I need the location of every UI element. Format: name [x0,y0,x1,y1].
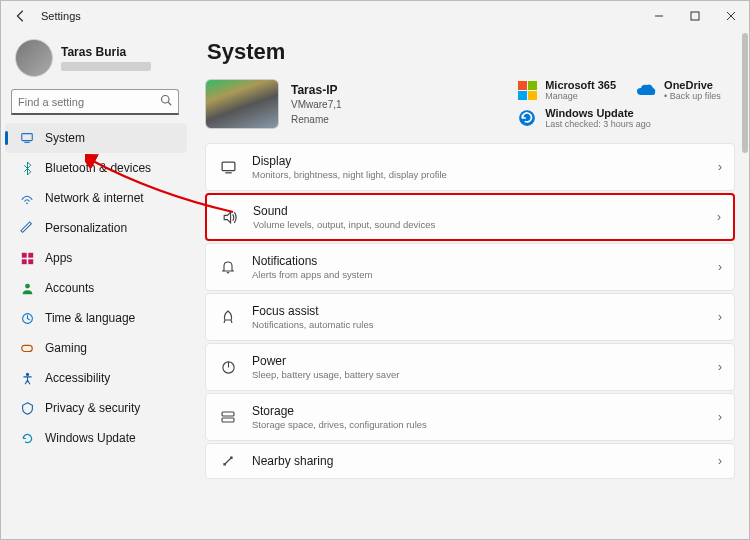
svg-rect-11 [21,259,26,264]
system-icon [19,130,35,146]
sidebar-item-windows-update[interactable]: Windows Update [5,423,187,453]
sidebar-item-label: Apps [45,251,72,265]
sidebar-item-label: System [45,131,85,145]
svg-rect-9 [21,252,26,257]
setting-power[interactable]: PowerSleep, battery usage, battery saver… [205,343,735,391]
sidebar-item-apps[interactable]: Apps [5,243,187,273]
card-onedrive[interactable]: OneDrive • Back up files [636,79,735,101]
svg-point-8 [26,202,28,204]
sidebar-item-label: Windows Update [45,431,136,445]
card-subtitle: Last checked: 3 hours ago [545,119,651,129]
scrollbar-thumb[interactable] [742,33,748,153]
page-title: System [207,39,735,65]
close-button[interactable] [713,1,749,31]
setting-title: Storage [252,404,704,418]
sidebar-item-time-language[interactable]: Time & language [5,303,187,333]
card-title: Microsoft 365 [545,79,616,91]
titlebar: Settings [1,1,749,31]
display-icon [218,159,238,176]
top-cards: Microsoft 365 Manage OneDrive • Back up … [517,79,735,129]
user-profile[interactable]: Taras Buria [1,35,191,83]
sidebar-item-gaming[interactable]: Gaming [5,333,187,363]
setting-display[interactable]: DisplayMonitors, brightness, night light… [205,143,735,191]
setting-desc: Storage space, drives, configuration rul… [252,419,704,430]
accounts-icon [19,280,35,296]
setting-desc: Volume levels, output, input, sound devi… [253,219,703,230]
setting-storage[interactable]: StorageStorage space, drives, configurat… [205,393,735,441]
setting-title: Sound [253,204,703,218]
sidebar-item-accounts[interactable]: Accounts [5,273,187,303]
search-icon [160,94,172,109]
window-controls [641,1,749,31]
network-icon [19,190,35,206]
svg-rect-1 [691,12,699,20]
device-card[interactable]: Taras-IP VMware7,1 Rename [205,79,342,129]
update-status-icon [517,108,537,128]
chevron-right-icon: › [718,454,722,468]
maximize-button[interactable] [677,1,713,31]
chevron-right-icon: › [718,260,722,274]
setting-nearby-sharing[interactable]: Nearby sharing › [205,443,735,479]
sidebar-item-label: Bluetooth & devices [45,161,151,175]
system-top-row: Taras-IP VMware7,1 Rename Microsoft 365 … [205,79,735,129]
settings-window: Settings Taras Buria [0,0,750,540]
sidebar-item-personalization[interactable]: Personalization [5,213,187,243]
sidebar-item-privacy[interactable]: Privacy & security [5,393,187,423]
chevron-right-icon: › [718,360,722,374]
nav-menu: System Bluetooth & devices Network & int… [1,123,191,453]
search-box[interactable] [11,89,179,115]
back-button[interactable] [7,2,35,30]
setting-title: Focus assist [252,304,704,318]
setting-title: Display [252,154,704,168]
apps-icon [19,250,35,266]
sidebar-item-accessibility[interactable]: Accessibility [5,363,187,393]
svg-point-16 [25,372,28,375]
sidebar-item-system[interactable]: System [5,123,187,153]
accessibility-icon [19,370,35,386]
card-microsoft-365[interactable]: Microsoft 365 Manage [517,79,616,101]
card-subtitle: • Back up files [664,91,721,101]
window-title: Settings [41,10,81,22]
setting-desc: Alerts from apps and system [252,269,704,280]
chevron-right-icon: › [717,210,721,224]
svg-rect-15 [22,345,33,351]
svg-rect-12 [28,259,33,264]
onedrive-icon [636,80,656,100]
sidebar-item-label: Time & language [45,311,135,325]
search-input[interactable] [18,96,160,108]
update-icon [19,430,35,446]
sound-icon [219,209,239,226]
chevron-right-icon: › [718,410,722,424]
setting-notifications[interactable]: NotificationsAlerts from apps and system… [205,243,735,291]
setting-title: Power [252,354,704,368]
sidebar-item-label: Personalization [45,221,127,235]
svg-line-5 [168,102,171,105]
sidebar-item-label: Accessibility [45,371,110,385]
svg-point-13 [25,283,30,288]
notifications-icon [218,259,238,275]
chevron-right-icon: › [718,160,722,174]
storage-icon [218,409,238,425]
minimize-button[interactable] [641,1,677,31]
sidebar-item-label: Accounts [45,281,94,295]
user-email-redacted [61,62,151,71]
sidebar-item-label: Network & internet [45,191,144,205]
device-name: Taras-IP [291,83,342,97]
settings-list: DisplayMonitors, brightness, night light… [205,143,735,479]
device-model: VMware7,1 [291,99,342,110]
setting-title: Notifications [252,254,704,268]
time-icon [19,310,35,326]
sidebar-item-bluetooth[interactable]: Bluetooth & devices [5,153,187,183]
user-name: Taras Buria [61,45,151,59]
gaming-icon [19,340,35,356]
svg-point-4 [162,96,170,104]
card-title: Windows Update [545,107,651,119]
sidebar: Taras Buria System [1,31,191,539]
sidebar-item-network[interactable]: Network & internet [5,183,187,213]
card-windows-update[interactable]: Windows Update Last checked: 3 hours ago [517,107,735,129]
privacy-icon [19,400,35,416]
setting-sound[interactable]: SoundVolume levels, output, input, sound… [205,193,735,241]
setting-focus-assist[interactable]: Focus assistNotifications, automatic rul… [205,293,735,341]
main-panel: System Taras-IP VMware7,1 Rename Microso… [191,31,749,539]
rename-link[interactable]: Rename [291,114,342,125]
